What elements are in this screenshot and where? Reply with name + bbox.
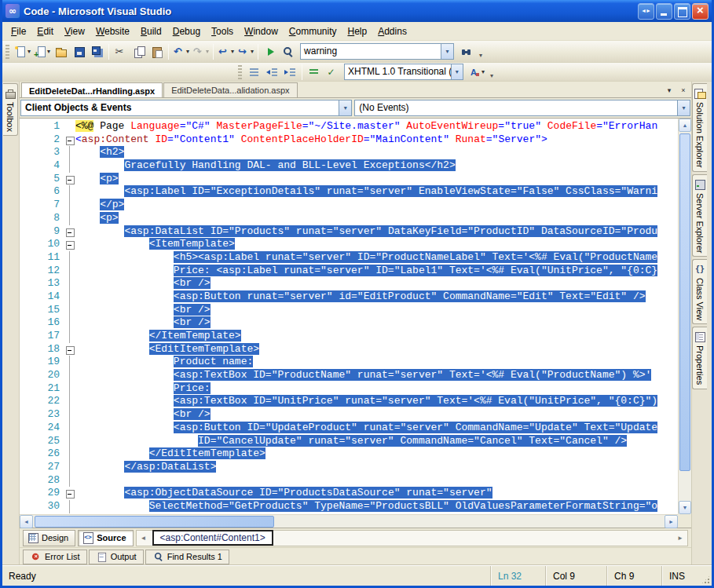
toolbar-grip[interactable] bbox=[5, 45, 9, 59]
increase-indent-button[interactable] bbox=[281, 64, 299, 81]
panel-tab-find-results-1[interactable]: Find Results 1 bbox=[145, 550, 229, 564]
nav-backward-icon bbox=[218, 46, 230, 58]
fold-toggle[interactable] bbox=[64, 133, 75, 147]
find-in-files-button[interactable] bbox=[279, 43, 297, 60]
start-debug-button[interactable] bbox=[261, 43, 279, 60]
menu-tools[interactable]: Tools bbox=[206, 24, 239, 39]
dropdown-arrow-icon[interactable]: ▾ bbox=[451, 64, 463, 79]
cut-button[interactable] bbox=[112, 43, 130, 60]
menu-view[interactable]: View bbox=[59, 24, 90, 39]
active-files-dropdown-button[interactable]: ▾ bbox=[663, 84, 676, 96]
fold-toggle[interactable] bbox=[64, 343, 75, 356]
code-token bbox=[541, 120, 547, 132]
fold-toggle[interactable] bbox=[64, 238, 75, 251]
horizontal-scroll-thumb[interactable] bbox=[35, 516, 274, 528]
menu-help[interactable]: Help bbox=[342, 24, 372, 39]
code-token: Language bbox=[130, 120, 179, 132]
open-file-button[interactable] bbox=[52, 43, 70, 60]
design-view-button[interactable]: Design bbox=[23, 530, 75, 546]
client-objects-combo[interactable]: Client Objects & Events ▾ bbox=[20, 100, 352, 116]
copy-button[interactable] bbox=[130, 43, 148, 60]
menu-website[interactable]: Website bbox=[90, 24, 135, 39]
document-tab-editdeletedata-alidation-aspx[interactable]: EditDeleteData...alidation.aspx bbox=[163, 82, 297, 97]
maximize-button[interactable] bbox=[674, 3, 690, 20]
menu-file[interactable]: File bbox=[5, 24, 31, 39]
redo-icon bbox=[192, 46, 205, 58]
menu-edit[interactable]: Edit bbox=[31, 24, 59, 39]
add-item-button[interactable]: ▾ bbox=[32, 43, 52, 60]
main-area: Toolbox EditDeleteDat...rHandling.aspxEd… bbox=[2, 82, 712, 565]
horizontal-scrollbar[interactable]: ◄ ► bbox=[20, 514, 678, 528]
style-application-button[interactable]: ▾ bbox=[467, 64, 486, 81]
resize-grip[interactable] bbox=[698, 566, 712, 586]
status-character: Ch 9 bbox=[606, 566, 661, 586]
menu-community[interactable]: Community bbox=[284, 24, 342, 39]
toolbar-overflow-button[interactable]: ▾ bbox=[486, 64, 497, 81]
panel-tab-error-list[interactable]: Error List bbox=[23, 550, 87, 564]
selected-text: <asp:DataList ID="Products" runat="serve… bbox=[124, 225, 657, 237]
selected-text: <asp:Button ID="UpdateProduct" runat="se… bbox=[174, 422, 657, 433]
tag-navigator-forward-icon[interactable]: ► bbox=[675, 535, 686, 542]
dropdown-arrow-icon[interactable]: ▾ bbox=[441, 44, 453, 59]
fold-margin bbox=[64, 395, 75, 408]
schema-combo[interactable]: XHTML 1.0 Transitional (▾ bbox=[344, 64, 463, 80]
menu-addins[interactable]: Addins bbox=[372, 24, 412, 39]
task-list-button[interactable] bbox=[323, 64, 341, 81]
find-symbol-button[interactable] bbox=[457, 43, 475, 60]
comment-button[interactable] bbox=[305, 64, 323, 81]
dock-tab-properties[interactable]: Properties bbox=[692, 327, 707, 389]
scroll-down-icon[interactable]: ▼ bbox=[679, 501, 691, 514]
dock-tab-label: Toolbox bbox=[5, 102, 15, 132]
format-document-button[interactable] bbox=[245, 64, 263, 81]
fold-toggle[interactable] bbox=[64, 173, 75, 186]
code-text: <asp:Button ID="UpdateProduct" runat="se… bbox=[75, 422, 678, 435]
fold-toggle[interactable] bbox=[64, 487, 75, 500]
tag-navigator-back-icon[interactable]: ◄ bbox=[138, 535, 149, 542]
menu-window[interactable]: Window bbox=[239, 24, 284, 39]
save-button[interactable] bbox=[70, 43, 88, 60]
paste-button[interactable] bbox=[148, 43, 166, 60]
status-insert-mode: INS bbox=[661, 566, 698, 586]
tag-navigator-current-tag[interactable]: <asp:Content#Content1> bbox=[152, 530, 273, 546]
undo-button[interactable]: ▾ bbox=[171, 43, 191, 60]
nav-forward-button[interactable]: ▾ bbox=[236, 43, 255, 60]
fold-toggle[interactable] bbox=[64, 225, 75, 239]
panel-tab-output[interactable]: Output bbox=[89, 550, 144, 564]
scroll-right-icon[interactable]: ► bbox=[665, 515, 678, 528]
line-number: 7 bbox=[20, 199, 64, 212]
code-line: 4 Gracefully Handling DAL- and BLL-Level… bbox=[20, 159, 678, 173]
save-all-button[interactable] bbox=[88, 43, 106, 60]
nav-backward-button[interactable]: ▾ bbox=[216, 43, 236, 60]
decrease-indent-button[interactable] bbox=[263, 64, 281, 81]
selected-text: <br /> bbox=[174, 408, 211, 420]
minimize-button[interactable] bbox=[656, 3, 672, 20]
scroll-up-icon[interactable]: ▲ bbox=[679, 119, 691, 132]
close-button[interactable] bbox=[692, 3, 709, 20]
new-website-button[interactable]: ▾ bbox=[13, 43, 32, 60]
vertical-scroll-thumb[interactable] bbox=[679, 133, 690, 471]
code-editor[interactable]: 1<%@ Page Language="C#" MasterPageFile="… bbox=[20, 119, 691, 528]
source-view-button[interactable]: Source bbox=[78, 530, 133, 546]
dropdown-arrow-icon[interactable]: ▾ bbox=[677, 100, 690, 115]
dropdown-arrow-icon[interactable]: ▾ bbox=[339, 100, 351, 115]
title-bar[interactable]: ∞ Code - Microsoft Visual Studio bbox=[2, 0, 712, 22]
vertical-scrollbar[interactable]: ▲ ▼ bbox=[678, 119, 691, 514]
document-tab-editdeletedat-rhandling-aspx[interactable]: EditDeleteDat...rHandling.aspx bbox=[21, 82, 163, 97]
events-combo[interactable]: (No Events) ▾ bbox=[354, 100, 690, 116]
menu-debug[interactable]: Debug bbox=[167, 24, 206, 39]
dock-tab-solution-explorer[interactable]: Solution Explorer bbox=[692, 83, 707, 172]
scroll-left-icon[interactable]: ◄ bbox=[20, 515, 33, 528]
code-area[interactable]: 1<%@ Page Language="C#" MasterPageFile="… bbox=[20, 119, 678, 514]
redo-button: ▾ bbox=[191, 43, 211, 60]
dock-arrows-button[interactable] bbox=[638, 3, 654, 20]
menu-build[interactable]: Build bbox=[135, 24, 167, 39]
toolbar-overflow-button[interactable]: ▾ bbox=[475, 43, 486, 60]
find-combo[interactable]: warning▾ bbox=[300, 43, 454, 60]
close-document-button[interactable]: × bbox=[677, 84, 690, 96]
dock-tab-toolbox[interactable]: Toolbox bbox=[3, 83, 18, 136]
dock-tab-class-view[interactable]: Class View bbox=[692, 259, 707, 324]
status-column: Col 9 bbox=[545, 566, 606, 586]
dock-tab-server-explorer[interactable]: Server Explorer bbox=[692, 174, 707, 257]
toolbar-grip[interactable] bbox=[238, 65, 242, 79]
code-text: <p> bbox=[75, 212, 678, 225]
